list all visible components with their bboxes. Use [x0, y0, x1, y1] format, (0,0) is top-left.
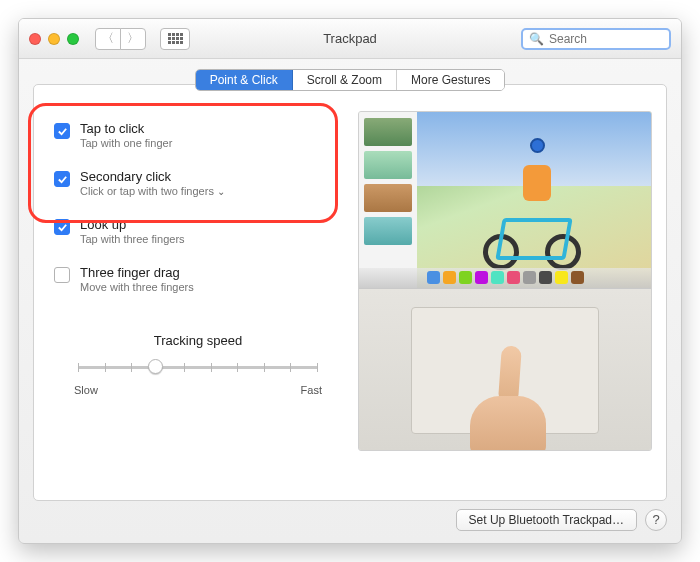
option-subtitle: Move with three fingers — [80, 281, 194, 293]
zoom-window-button[interactable] — [67, 33, 79, 45]
slider-max-label: Fast — [301, 384, 322, 396]
setup-bluetooth-button[interactable]: Set Up Bluetooth Trackpad… — [456, 509, 637, 531]
check-icon — [57, 174, 68, 185]
tracking-speed-slider[interactable] — [72, 354, 324, 378]
slider-min-label: Slow — [74, 384, 98, 396]
option-subtitle: Tap with one finger — [80, 137, 172, 149]
option-title: Tap to click — [80, 121, 172, 136]
settings-panel: Tap to click Tap with one finger Seconda… — [33, 84, 667, 501]
option-three-finger-drag[interactable]: Three finger drag Move with three finger… — [48, 255, 348, 303]
checkbox-secondary-click[interactable] — [54, 171, 70, 187]
options-column: Tap to click Tap with one finger Seconda… — [48, 111, 348, 486]
minimize-window-button[interactable] — [48, 33, 60, 45]
preview-screen — [359, 112, 651, 288]
option-subtitle: Tap with three fingers — [80, 233, 185, 245]
tracking-speed-label: Tracking speed — [72, 333, 324, 348]
footer: Set Up Bluetooth Trackpad… ? — [33, 509, 667, 531]
tab-more-gestures[interactable]: More Gestures — [397, 70, 504, 90]
checkbox-look-up[interactable] — [54, 219, 70, 235]
window-controls — [29, 33, 79, 45]
search-input[interactable] — [549, 32, 682, 46]
slider-ticks — [78, 363, 318, 372]
prefs-window: 〈 〉 Trackpad 🔍 ✕ Point & Click Scroll & … — [18, 18, 682, 544]
tab-point-click[interactable]: Point & Click — [196, 70, 293, 90]
tab-scroll-zoom[interactable]: Scroll & Zoom — [293, 70, 397, 90]
titlebar: 〈 〉 Trackpad 🔍 ✕ — [19, 19, 681, 59]
slider-knob[interactable] — [148, 359, 163, 374]
chevron-down-icon[interactable]: ⌄ — [217, 186, 225, 197]
option-title: Look up — [80, 217, 185, 232]
search-icon: 🔍 — [529, 32, 544, 46]
forward-button[interactable]: 〉 — [120, 28, 146, 50]
chevron-left-icon: 〈 — [102, 30, 114, 47]
tracking-speed-group: Tracking speed Slow Fast — [48, 333, 348, 396]
chevron-right-icon: 〉 — [127, 30, 139, 47]
option-title: Three finger drag — [80, 265, 194, 280]
preview-photo — [417, 112, 651, 288]
checkbox-tap-to-click[interactable] — [54, 123, 70, 139]
gesture-preview — [358, 111, 652, 451]
option-secondary-click[interactable]: Secondary click Click or tap with two fi… — [48, 159, 348, 207]
check-icon — [57, 222, 68, 233]
window-body: Point & Click Scroll & Zoom More Gesture… — [19, 59, 681, 543]
nav-buttons: 〈 〉 — [95, 28, 146, 50]
option-title: Secondary click — [80, 169, 225, 184]
show-all-button[interactable] — [160, 28, 190, 50]
preview-thumbnails — [359, 112, 417, 288]
option-look-up[interactable]: Look up Tap with three fingers — [48, 207, 348, 255]
preview-trackpad — [359, 288, 651, 450]
option-tap-to-click[interactable]: Tap to click Tap with one finger — [48, 111, 348, 159]
grid-icon — [168, 33, 183, 44]
help-button[interactable]: ? — [645, 509, 667, 531]
back-button[interactable]: 〈 — [95, 28, 121, 50]
close-window-button[interactable] — [29, 33, 41, 45]
search-field[interactable]: 🔍 ✕ — [521, 28, 671, 50]
preview-dock — [359, 268, 651, 288]
option-subtitle: Click or tap with two fingers⌄ — [80, 185, 225, 197]
checkbox-three-finger-drag[interactable] — [54, 267, 70, 283]
check-icon — [57, 126, 68, 137]
tab-bar: Point & Click Scroll & Zoom More Gesture… — [33, 69, 667, 91]
preview-column — [358, 111, 652, 486]
